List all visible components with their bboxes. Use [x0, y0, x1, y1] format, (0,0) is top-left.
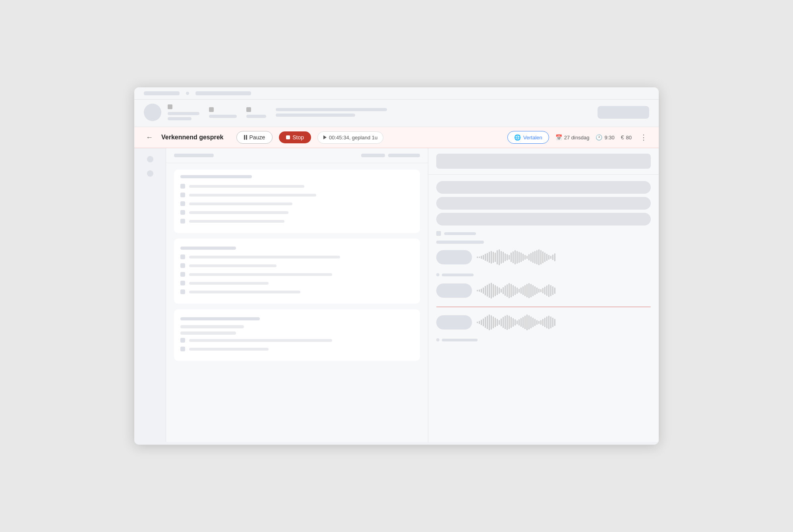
waveform-bar [528, 254, 530, 260]
left-header-action1 [361, 154, 385, 157]
right-panel [428, 148, 659, 442]
option-item-2[interactable] [436, 197, 651, 210]
waveform-bar [477, 322, 478, 323]
waveform-bar [513, 251, 514, 263]
voice-pill-1[interactable] [436, 250, 472, 264]
waveform-bar [530, 316, 532, 328]
voice-row-2 [436, 281, 651, 300]
checkbox-8[interactable] [180, 272, 185, 277]
header-name-line3 [246, 115, 266, 118]
section1-header [180, 175, 252, 178]
session-bar: ← Verkennend gesprek Pauze Stop 00:45:34… [134, 127, 659, 148]
voice-pill-2[interactable] [436, 283, 472, 298]
checklist-item-7 [180, 263, 414, 268]
checkbox-11[interactable] [180, 338, 185, 343]
checkbox-2[interactable] [180, 193, 185, 197]
waveform-bar [479, 321, 480, 324]
translate-icon: 🌐 [514, 134, 521, 141]
small-checkbox[interactable] [436, 231, 441, 236]
check-line-11 [189, 339, 332, 342]
waveform-bar [552, 286, 553, 295]
voice-pill-3[interactable] [436, 315, 472, 330]
waveform-bar [554, 319, 555, 326]
topbar-breadcrumb [195, 91, 251, 95]
header-lines-icon2 [209, 107, 214, 112]
sidebar-dot-2[interactable] [147, 170, 153, 177]
checkbox-5[interactable] [180, 219, 185, 224]
main-screen: ← Verkennend gesprek Pauze Stop 00:45:34… [134, 87, 659, 445]
option-item-1[interactable] [436, 181, 651, 194]
section2-header [180, 247, 236, 250]
waveform-bar [518, 289, 520, 293]
checkbox-10[interactable] [180, 289, 185, 294]
check-line-3 [189, 202, 292, 205]
top-bar [134, 87, 659, 100]
waveform-bar [514, 286, 516, 295]
more-button[interactable]: ⋮ [638, 132, 649, 143]
header-long-line [276, 108, 387, 111]
waveform-bar [516, 251, 518, 264]
checklist-item-4 [180, 210, 414, 215]
topbar-dot [186, 92, 189, 95]
option-item-3[interactable] [436, 213, 651, 226]
checkbox-1[interactable] [180, 184, 185, 189]
play-icon [323, 135, 327, 139]
pause-button[interactable]: Pauze [236, 131, 273, 144]
waveform-bar [522, 317, 524, 328]
checkbox-4[interactable] [180, 210, 185, 215]
sidebar-dot-1[interactable] [147, 156, 153, 162]
checkbox-9[interactable] [180, 281, 185, 285]
voice-label-1 [436, 241, 484, 244]
cost-text: 80 [626, 135, 632, 141]
waveform-bar [487, 285, 488, 297]
waveform-bar [520, 287, 522, 294]
right-panel-body [428, 175, 659, 442]
check-line-6 [189, 256, 340, 258]
waveform-bar [540, 250, 542, 264]
right-panel-header [428, 148, 659, 175]
checkbox-3[interactable] [180, 201, 185, 206]
check-line-12 [189, 348, 269, 351]
waveform-bar [497, 250, 498, 264]
waveform-bar [546, 285, 547, 296]
waveform-bar [544, 287, 545, 295]
waveform-bar [536, 250, 538, 264]
checkbox-12[interactable] [180, 347, 185, 351]
time-meta: 🕐 9:30 [596, 134, 614, 141]
waveform-bar [530, 253, 532, 262]
waveform-bar [548, 316, 549, 329]
check-line-7 [189, 264, 277, 267]
checkbox-7[interactable] [180, 263, 185, 268]
checkbox-6[interactable] [180, 254, 185, 259]
stop-button[interactable]: Stop [279, 131, 311, 143]
waveform-bar [477, 256, 478, 258]
translate-button[interactable]: 🌐 Vertalen [507, 131, 549, 144]
waveform-bar [514, 250, 516, 264]
waveform-bar [487, 316, 488, 329]
back-button[interactable]: ← [144, 132, 155, 143]
waveform-bar [552, 254, 553, 260]
waveform-bar [554, 253, 555, 261]
waveform-bar [530, 284, 532, 297]
check-line-10 [189, 291, 300, 293]
waveform-bar [499, 287, 500, 294]
sidebar [134, 148, 166, 442]
waveform-bar [550, 285, 551, 296]
checklist-item-8 [180, 272, 414, 277]
waveform-bar [487, 253, 488, 262]
waveform-bar [489, 314, 490, 330]
waveform-bar [540, 289, 542, 292]
checklist-item-11 [180, 338, 414, 343]
waveform-bar [491, 315, 492, 330]
waveform-bar [524, 316, 526, 329]
waveform-bar [544, 253, 545, 262]
voice-section-1 [436, 241, 651, 267]
waveform-bar [524, 285, 526, 296]
checklist-item-6 [180, 254, 414, 259]
waveform-bar [534, 319, 536, 326]
header-action-button[interactable] [598, 106, 649, 119]
waveform-bar [542, 288, 543, 293]
left-header-action2 [388, 154, 420, 157]
waveform-bar [505, 253, 506, 261]
checklist-item-10 [180, 289, 414, 294]
